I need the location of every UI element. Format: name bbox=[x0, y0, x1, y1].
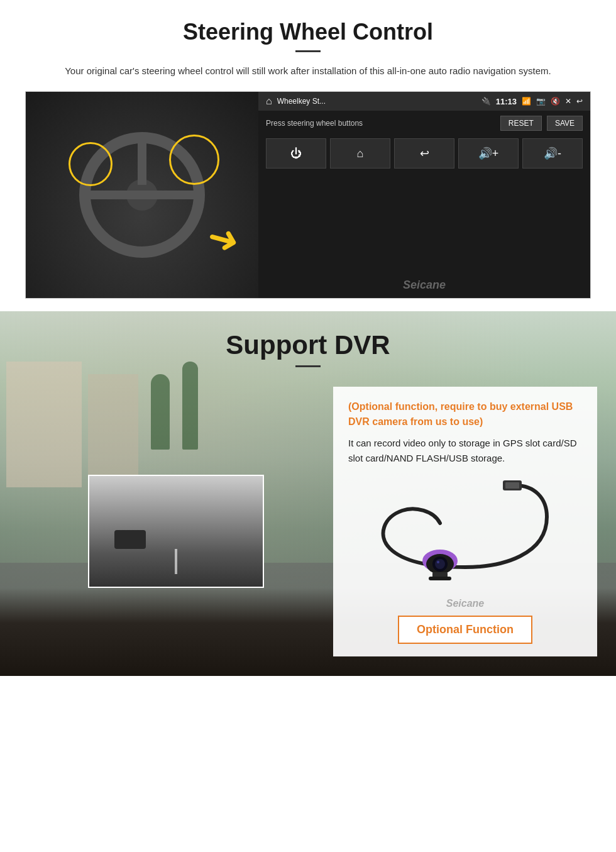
dvr-title: Support DVR bbox=[0, 330, 616, 360]
topbar-app-title: Wheelkey St... bbox=[277, 97, 476, 106]
dvr-seicane-watermark: Seicane bbox=[348, 598, 582, 609]
circle-highlight-left bbox=[69, 142, 113, 186]
dvr-camera-svg bbox=[377, 479, 553, 586]
back-icon: ↩ bbox=[576, 97, 583, 106]
dvr-title-divider bbox=[295, 365, 321, 367]
road-line bbox=[175, 549, 177, 574]
steering-screen-ui: ⌂ Wheelkey St... 🔌 11:13 📶 📷 🔇 ✕ ↩ Press… bbox=[258, 92, 590, 298]
steering-section: Steering Wheel Control Your original car… bbox=[0, 0, 616, 311]
seicane-watermark-steering: Seicane bbox=[258, 272, 590, 298]
building-left bbox=[6, 362, 82, 487]
steering-title: Steering Wheel Control bbox=[25, 19, 591, 45]
small-car-shape bbox=[114, 530, 146, 549]
save-button[interactable]: SAVE bbox=[547, 116, 583, 131]
screen-icon: 📷 bbox=[536, 97, 546, 106]
steering-composite-image: ➜ ⌂ Wheelkey St... 🔌 11:13 📶 📷 🔇 ✕ ↩ Pre… bbox=[25, 91, 591, 299]
dvr-optional-text: (Optional function, require to buy exter… bbox=[348, 399, 582, 429]
spoke-horizontal bbox=[91, 191, 194, 199]
screen-button-row: ⏻ ⌂ ↩ 🔊+ 🔊- bbox=[258, 138, 590, 169]
volume-icon: 🔇 bbox=[551, 97, 560, 106]
optional-function-button[interactable]: Optional Function bbox=[398, 616, 532, 644]
steering-wheel-photo: ➜ bbox=[26, 92, 258, 298]
screen-controls-bar: Press steering wheel buttons RESET SAVE bbox=[258, 111, 590, 136]
dvr-camera-image bbox=[348, 476, 582, 589]
x-icon: ✕ bbox=[565, 97, 571, 106]
vol-down-btn[interactable]: 🔊- bbox=[522, 138, 583, 169]
dvr-small-screenshot bbox=[88, 475, 264, 588]
wifi-icon: 📶 bbox=[522, 97, 531, 106]
dvr-info-box: (Optional function, require to buy exter… bbox=[333, 387, 597, 656]
home-icon: ⌂ bbox=[266, 96, 272, 107]
dvr-title-area: Support DVR bbox=[0, 330, 616, 367]
reset-button[interactable]: RESET bbox=[500, 116, 542, 131]
arrow-pointing: ➜ bbox=[203, 213, 245, 264]
screen-hint-text: Press steering wheel buttons bbox=[266, 119, 495, 128]
home-btn[interactable]: ⌂ bbox=[330, 138, 390, 169]
screen-topbar: ⌂ Wheelkey St... 🔌 11:13 📶 📷 🔇 ✕ ↩ bbox=[258, 92, 590, 111]
spoke-vertical bbox=[138, 143, 146, 185]
topbar-time: 11:13 bbox=[496, 97, 517, 106]
dvr-small-inner bbox=[89, 476, 263, 587]
svg-rect-8 bbox=[429, 577, 451, 580]
tree-1 bbox=[151, 374, 170, 450]
title-divider bbox=[295, 50, 321, 52]
circle-highlight-right bbox=[169, 135, 219, 185]
vol-up-btn[interactable]: 🔊+ bbox=[458, 138, 519, 169]
svg-point-5 bbox=[435, 559, 445, 569]
usb-icon: 🔌 bbox=[481, 97, 491, 106]
back-btn[interactable]: ↩ bbox=[394, 138, 454, 169]
svg-point-6 bbox=[437, 561, 439, 563]
power-btn[interactable]: ⏻ bbox=[266, 138, 326, 169]
dvr-description: It can record video only to storage in G… bbox=[348, 436, 582, 466]
building-left2 bbox=[88, 374, 138, 475]
svg-rect-1 bbox=[505, 482, 519, 489]
dvr-section: Support DVR (Optional function, require … bbox=[0, 311, 616, 676]
tree-2 bbox=[182, 362, 198, 450]
steering-description: Your original car's steering wheel contr… bbox=[50, 64, 566, 79]
